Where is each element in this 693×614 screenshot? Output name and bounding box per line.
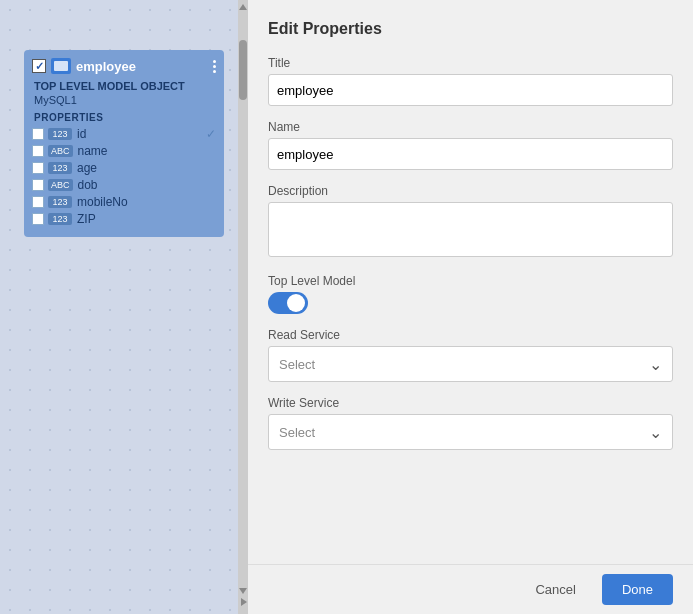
list-item: 123 id ✓	[32, 127, 216, 141]
read-service-label: Read Service	[268, 328, 673, 342]
read-service-select[interactable]: Select ⌄	[268, 346, 673, 382]
list-item: ABC name	[32, 144, 216, 158]
prop-name-zip: ZIP	[77, 212, 216, 226]
prop-checkbox-name[interactable]	[32, 145, 44, 157]
write-service-label: Write Service	[268, 396, 673, 410]
scroll-up-arrow[interactable]	[239, 4, 247, 10]
read-service-placeholder: Select	[279, 357, 649, 372]
scroll-down-arrow[interactable]	[239, 588, 247, 594]
toggle-knob	[287, 294, 305, 312]
prop-name-dob: dob	[78, 178, 216, 192]
write-service-chevron-down-icon: ⌄	[649, 423, 662, 442]
prop-type-id: 123	[48, 128, 72, 140]
left-panel: employee TOP LEVEL MODEL OBJECT MySQL1 P…	[0, 0, 248, 614]
prop-type-zip: 123	[48, 213, 72, 225]
prop-checkbox-age[interactable]	[32, 162, 44, 174]
card-db: MySQL1	[32, 94, 216, 106]
prop-checkbox-mobileno[interactable]	[32, 196, 44, 208]
card-props-label: PROPERTIES	[32, 112, 216, 123]
prop-name-id: id	[77, 127, 202, 141]
prop-name-age: age	[77, 161, 216, 175]
bottom-bar: Cancel Done	[248, 564, 693, 614]
top-level-model-group: Top Level Model	[268, 274, 673, 314]
prop-type-age: 123	[48, 162, 72, 174]
prop-type-dob: ABC	[48, 179, 73, 191]
read-service-group: Read Service Select ⌄	[268, 328, 673, 382]
name-input[interactable]	[268, 138, 673, 170]
card-model-icon	[51, 58, 71, 74]
write-service-placeholder: Select	[279, 425, 649, 440]
cancel-button[interactable]: Cancel	[519, 574, 591, 605]
card-header: employee	[32, 58, 216, 74]
scroll-right-arrow[interactable]	[241, 598, 247, 606]
prop-checkbox-zip[interactable]	[32, 213, 44, 225]
prop-name-mobileno: mobileNo	[77, 195, 216, 209]
card-subtitle: TOP LEVEL MODEL OBJECT	[32, 80, 216, 92]
read-service-chevron-down-icon: ⌄	[649, 355, 662, 374]
prop-name-name: name	[78, 144, 216, 158]
name-group: Name	[268, 120, 673, 170]
description-group: Description	[268, 184, 673, 260]
name-label: Name	[268, 120, 673, 134]
prop-checkbox-dob[interactable]	[32, 179, 44, 191]
right-panel-content: Edit Properties Title Name Description T…	[268, 20, 673, 524]
card-menu-dots[interactable]	[213, 60, 216, 73]
title-label: Title	[268, 56, 673, 70]
scroll-thumb[interactable]	[239, 40, 247, 100]
prop-type-mobileno: 123	[48, 196, 72, 208]
list-item: 123 ZIP	[32, 212, 216, 226]
description-textarea[interactable]	[268, 202, 673, 257]
done-button[interactable]: Done	[602, 574, 673, 605]
top-level-model-toggle[interactable]	[268, 292, 308, 314]
employee-card: employee TOP LEVEL MODEL OBJECT MySQL1 P…	[24, 50, 224, 237]
toggle-container	[268, 292, 673, 314]
key-icon-id: ✓	[206, 127, 216, 141]
card-title: employee	[76, 59, 213, 74]
prop-checkbox-id[interactable]	[32, 128, 44, 140]
list-item: ABC dob	[32, 178, 216, 192]
list-item: 123 mobileNo	[32, 195, 216, 209]
right-panel: Edit Properties Title Name Description T…	[248, 0, 693, 614]
write-service-select[interactable]: Select ⌄	[268, 414, 673, 450]
top-level-model-label: Top Level Model	[268, 274, 673, 288]
prop-type-name: ABC	[48, 145, 73, 157]
description-label: Description	[268, 184, 673, 198]
write-service-group: Write Service Select ⌄	[268, 396, 673, 450]
title-input[interactable]	[268, 74, 673, 106]
page-title: Edit Properties	[268, 20, 673, 38]
card-checkbox[interactable]	[32, 59, 46, 73]
list-item: 123 age	[32, 161, 216, 175]
scrollbar-left[interactable]	[238, 0, 248, 614]
title-group: Title	[268, 56, 673, 106]
